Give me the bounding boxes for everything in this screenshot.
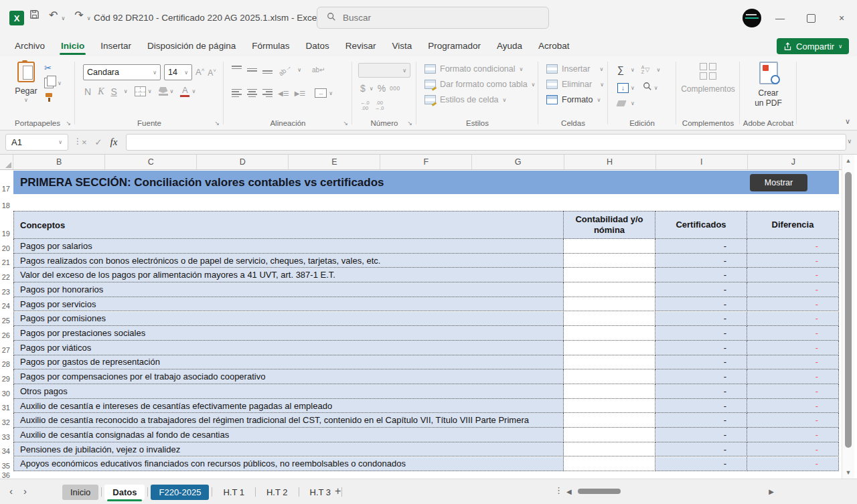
column-header-j[interactable]: J (748, 155, 840, 169)
avatar[interactable] (743, 9, 761, 27)
row-30-diferencia[interactable]: - (747, 384, 839, 399)
menu-tab-ayuda[interactable]: Ayuda (489, 37, 530, 56)
copy-icon[interactable] (44, 78, 54, 88)
row-24-concept[interactable]: Pagos por servicios (13, 297, 564, 312)
row-header-19[interactable]: 19 (0, 211, 13, 239)
row-30-certificados[interactable]: - (655, 384, 747, 399)
row-29-certificados[interactable]: - (655, 369, 747, 384)
insert-cells-button[interactable]: Insertar∨ (546, 64, 604, 74)
column-header-b[interactable]: B (13, 155, 105, 169)
align-right-icon[interactable] (262, 89, 272, 97)
percent-format-icon[interactable]: % (378, 83, 386, 94)
font-size-select[interactable]: 14∨ (164, 64, 192, 80)
formula-bar-handle-icon[interactable]: ⋮ (74, 137, 82, 146)
row-34-contabilidad[interactable] (564, 442, 655, 457)
row-27-concept[interactable]: Pagos por viáticos (13, 341, 564, 355)
row-header-26[interactable]: 26 (0, 326, 13, 341)
align-top-icon[interactable] (232, 66, 242, 74)
format-cells-button[interactable]: Formato∨ (546, 95, 604, 104)
menu-tab-acrobat[interactable]: Acrobat (530, 37, 578, 56)
cancel-entry-icon[interactable]: × (82, 137, 87, 147)
align-bottom-icon[interactable] (262, 66, 272, 74)
row-33-diferencia[interactable]: - (747, 428, 839, 442)
underline-caret-icon[interactable]: ∨ (124, 88, 128, 94)
row-header-21[interactable]: 21 (0, 254, 13, 268)
row-20-concept[interactable]: Pagos por salarios (13, 239, 564, 254)
horizontal-scrollbar[interactable]: ◀ ▶ (566, 486, 774, 497)
row-34-certificados[interactable]: - (655, 442, 747, 457)
row-23-certificados[interactable]: - (655, 282, 747, 297)
row-22-diferencia[interactable]: - (747, 268, 839, 282)
insert-function-icon[interactable]: fx (110, 137, 118, 148)
row-35-concept[interactable]: Apoyos económicos educativos financiados… (13, 457, 564, 472)
dialog-launcher-icon[interactable]: ↘ (66, 120, 71, 127)
row-35-diferencia[interactable]: - (747, 457, 839, 472)
vertical-scroll-thumb[interactable] (845, 172, 852, 448)
scroll-left-icon[interactable]: ◀ (566, 488, 572, 495)
dialog-launcher-icon[interactable]: ↘ (343, 120, 348, 127)
row-25-concept[interactable]: Pagos por comisiones (13, 312, 564, 327)
increase-decimal-icon[interactable]: ←.0.00 (360, 100, 370, 110)
row-28-certificados[interactable]: - (655, 355, 747, 370)
sheet-tab-f220-2025[interactable]: F220-2025 (151, 485, 209, 500)
row-21-certificados[interactable]: - (655, 254, 747, 268)
row-header-25[interactable]: 25 (0, 312, 13, 327)
row-26-diferencia[interactable]: - (747, 326, 839, 341)
undo-caret-icon[interactable]: ∨ (61, 15, 65, 21)
new-sheet-button[interactable]: + (335, 485, 341, 497)
sheet-tab-inicio[interactable]: Inicio (62, 485, 98, 500)
orientation-icon[interactable]: ab→ (277, 62, 293, 77)
save-icon[interactable] (29, 9, 40, 21)
comma-format-icon[interactable]: 000 (390, 85, 400, 92)
row-header-23[interactable]: 23 (0, 282, 13, 297)
font-name-select[interactable]: Candara∨ (83, 64, 161, 80)
row-header-17[interactable]: 17 (0, 171, 13, 194)
addins-button[interactable]: Complementos (676, 63, 740, 94)
currency-format-icon[interactable]: $ (360, 83, 366, 94)
row-24-diferencia[interactable]: - (747, 297, 839, 312)
grow-font-button[interactable]: A˄ (196, 67, 204, 77)
row-34-concept[interactable]: Pensiones de jubilación, vejez o invalid… (13, 442, 564, 457)
decrease-indent-icon[interactable]: ◀☰ (278, 90, 289, 97)
copy-caret-icon[interactable]: ∨ (58, 80, 62, 86)
row-31-concept[interactable]: Auxilio de cesantía e intereses de cesan… (13, 399, 564, 414)
format-as-table-button[interactable]: Dar formato como tabla∨ (424, 80, 535, 89)
search-box[interactable]: Buscar (317, 7, 549, 29)
row-21-contabilidad[interactable] (564, 254, 655, 268)
row-26-certificados[interactable]: - (655, 326, 747, 341)
row-29-contabilidad[interactable] (564, 369, 655, 384)
next-sheet-icon[interactable]: › (23, 485, 27, 497)
scroll-right-icon[interactable]: ▶ (769, 488, 774, 495)
row-33-concept[interactable]: Auxilio de cesantía consignadas al fondo… (13, 428, 564, 442)
row-25-diferencia[interactable]: - (747, 312, 839, 327)
sheet-tab-h-t-3[interactable]: H.T 3 (302, 485, 339, 500)
menu-tab-programador[interactable]: Programador (420, 37, 489, 56)
shrink-font-button[interactable]: A˅ (208, 68, 216, 78)
fill-down-icon[interactable]: ↓ (617, 83, 629, 93)
row-23-contabilidad[interactable] (564, 282, 655, 297)
row-22-certificados[interactable]: - (655, 268, 747, 282)
row-30-contabilidad[interactable] (564, 384, 655, 399)
prev-sheet-icon[interactable]: ‹ (9, 485, 13, 497)
row-header-36[interactable]: 36 (0, 471, 13, 479)
column-header-f[interactable]: F (380, 155, 472, 169)
row-30-concept[interactable]: Otros pagos (13, 384, 564, 399)
scroll-down-icon[interactable]: ▼ (842, 469, 854, 476)
row-33-contabilidad[interactable] (564, 428, 655, 442)
sheet-tab-datos[interactable]: Datos (104, 485, 145, 500)
undo-icon[interactable]: ↶ (49, 10, 58, 21)
row-32-concept[interactable]: Auxilio de cesantía reconocido a trabaja… (13, 413, 564, 428)
row-header-30[interactable]: 30 (0, 384, 13, 399)
formula-input[interactable] (126, 134, 846, 151)
row-20-contabilidad[interactable] (564, 239, 655, 254)
clear-icon[interactable] (616, 100, 626, 106)
row-22-contabilidad[interactable] (564, 268, 655, 282)
align-center-icon[interactable] (247, 89, 257, 97)
vertical-scrollbar[interactable]: ▲ ▼ (842, 155, 854, 479)
row-34-diferencia[interactable]: - (747, 442, 839, 457)
row-header-33[interactable]: 33 (0, 428, 13, 442)
row-header-29[interactable]: 29 (0, 369, 13, 384)
restore-button[interactable] (795, 0, 826, 36)
column-header-e[interactable]: E (289, 155, 380, 169)
increase-indent-icon[interactable]: ▶☰ (295, 90, 306, 97)
